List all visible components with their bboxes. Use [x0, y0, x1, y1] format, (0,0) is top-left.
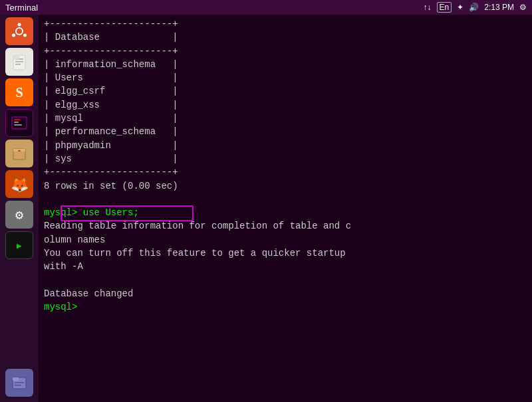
- term-line: | phpmyadmin |: [44, 139, 527, 152]
- term-line: +----------------------+: [44, 165, 527, 179]
- olumn-names-line: olumn names: [44, 233, 527, 247]
- terminal2-icon[interactable]: ▶: [5, 231, 33, 259]
- mysql-command-line: mysql> use Users;: [44, 206, 139, 219]
- term-line: | performance_schema |: [44, 125, 527, 138]
- firefox-icon[interactable]: 🦊: [5, 170, 33, 198]
- term-line: | sys |: [44, 152, 527, 165]
- term-line: +----------------------+: [44, 45, 527, 58]
- term-line: +----------------------+: [44, 17, 527, 31]
- sublime-icon[interactable]: S: [5, 78, 33, 106]
- sidebar: S 🦊 ⚙ ▶: [0, 15, 39, 402]
- svg-rect-12: [14, 122, 19, 123]
- svg-point-2: [18, 23, 21, 27]
- keyboard-indicator: ↑↓: [424, 3, 432, 12]
- term-blank2: [44, 274, 527, 287]
- archive-icon[interactable]: [5, 140, 33, 167]
- term-line: | elgg_csrf |: [44, 84, 527, 98]
- main-layout: S 🦊 ⚙ ▶: [0, 15, 532, 402]
- titlebar-left: Terminal: [5, 3, 38, 13]
- reading-table-line: Reading table information for completion…: [44, 219, 527, 233]
- power-icon: ⚙: [519, 3, 527, 12]
- files2-icon[interactable]: [5, 369, 33, 397]
- term-line: | elgg_xss |: [44, 98, 527, 112]
- svg-rect-8: [15, 64, 21, 65]
- titlebar-title: Terminal: [5, 3, 38, 13]
- svg-rect-9: [13, 55, 19, 59]
- database-changed-line: Database changed: [44, 287, 527, 300]
- mysql-prompt-line: mysql>: [44, 300, 527, 314]
- svg-rect-18: [13, 377, 19, 381]
- term-line: | Users |: [44, 71, 527, 84]
- svg-point-4: [23, 34, 27, 37]
- svg-rect-16: [18, 150, 21, 151]
- titlebar: Terminal ↑↓ En ✦ 🔊 2:13 PM ⚙: [0, 0, 532, 15]
- svg-rect-20: [15, 385, 21, 386]
- svg-point-3: [12, 34, 15, 37]
- settings-icon[interactable]: ⚙: [5, 201, 33, 229]
- volume-icon: 🔊: [469, 3, 479, 12]
- svg-rect-11: [14, 119, 21, 120]
- bluetooth-icon: ✦: [457, 3, 464, 12]
- you-can-turn-line: You can turn off this feature to get a q…: [44, 247, 527, 260]
- titlebar-right: ↑↓ En ✦ 🔊 2:13 PM ⚙: [424, 2, 527, 13]
- svg-rect-13: [14, 124, 22, 126]
- term-line: | mysql |: [44, 112, 527, 125]
- terminal-content[interactable]: +----------------------+ | Database | +-…: [39, 15, 532, 402]
- ubuntu-icon[interactable]: [5, 17, 33, 45]
- lang-indicator: En: [437, 2, 452, 13]
- term-line: | information_schema |: [44, 58, 527, 71]
- time-display: 2:13 PM: [484, 3, 514, 12]
- term-line: | Database |: [44, 31, 527, 44]
- terminal-active-icon[interactable]: [5, 109, 33, 137]
- term-blank: [44, 193, 527, 206]
- command-container: mysql> use Users;: [44, 206, 139, 219]
- row-count-line: 8 rows in set (0.00 sec): [44, 179, 527, 193]
- svg-rect-10: [12, 117, 27, 129]
- svg-rect-7: [15, 61, 23, 62]
- with-a-line: with -A: [44, 260, 527, 273]
- files-icon[interactable]: [5, 48, 33, 76]
- svg-rect-19: [15, 382, 24, 383]
